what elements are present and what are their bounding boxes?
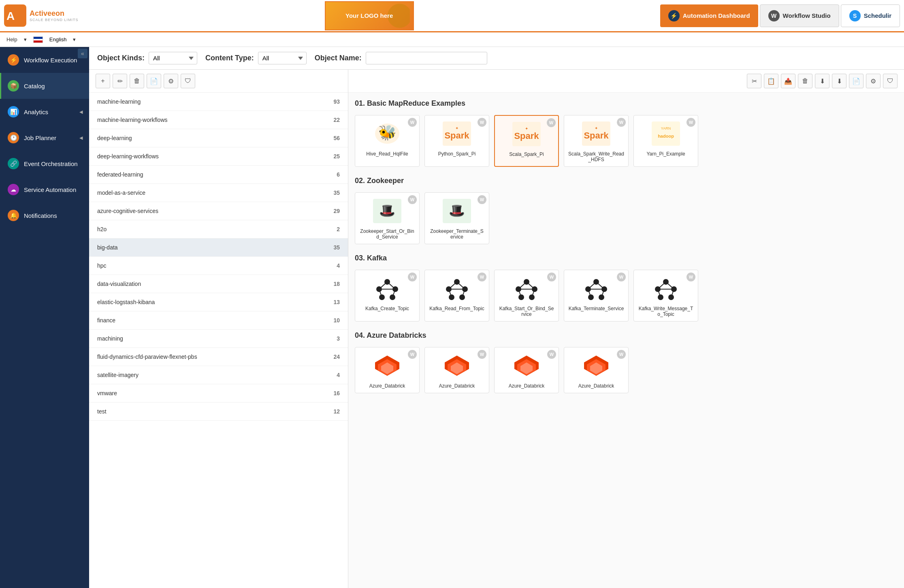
card-name: Azure_Databrick xyxy=(439,383,475,389)
object-card[interactable]: W Kafka_Create_Topic xyxy=(355,270,420,322)
row-name: finance xyxy=(97,317,333,324)
config-button[interactable]: ⚙ xyxy=(866,74,881,88)
object-card[interactable]: W Kafka_Terminate_Service xyxy=(564,270,629,322)
sidebar-collapse-button[interactable]: « xyxy=(78,49,87,58)
add-button[interactable]: + xyxy=(96,74,110,88)
row-name: deep-learning xyxy=(97,135,333,141)
sidebar-item-service-automation[interactable]: ☁ Service Automation xyxy=(0,177,89,202)
object-card[interactable]: W Spark✦ Scala_Spark_Pi xyxy=(494,115,559,167)
object-card[interactable]: W Spark✦ Scala_Spark_Write_Read_HDFS xyxy=(564,115,629,167)
object-card[interactable]: W Azure_Databrick xyxy=(564,347,629,393)
analytics-icon: 📊 xyxy=(8,106,19,117)
object-card[interactable]: W Azure_Databrick xyxy=(424,347,489,393)
catalog-row[interactable]: fluid-dynamics-cfd-paraview-flexnet-pbs2… xyxy=(89,348,348,366)
objects-content: 01. Basic MapReduce Examples W 🐝 Hive_Re… xyxy=(348,93,904,588)
content-area: Object Kinds: All Content Type: All Obje… xyxy=(89,47,904,588)
object-card[interactable]: W hadoopYARN Yarn_Pi_Example xyxy=(633,115,698,167)
catalog-row[interactable]: deep-learning56 xyxy=(89,129,348,147)
card-icon: 🐝 xyxy=(371,119,403,148)
catalog-row[interactable]: big-data35 xyxy=(89,239,348,257)
sidebar-item-catalog[interactable]: 📦 Catalog xyxy=(0,73,89,99)
sidebar-item-analytics[interactable]: 📊 Analytics ◀ xyxy=(0,99,89,125)
object-card[interactable]: W Spark✦ Python_Spark_Pi xyxy=(424,115,489,167)
automation-dashboard-button[interactable]: ⚡ Automation Dashboard xyxy=(660,4,758,27)
object-card[interactable]: W Kafka_Read_From_Topic xyxy=(424,270,489,322)
content-type-select[interactable]: All xyxy=(258,52,307,64)
catalog-row[interactable]: machine-learning93 xyxy=(89,93,348,111)
row-count: 2 xyxy=(337,226,340,232)
w-badge: W xyxy=(408,350,417,359)
catalog-row[interactable]: data-visualization18 xyxy=(89,275,348,293)
copy-button[interactable]: 📋 xyxy=(764,74,778,88)
catalog-row[interactable]: deep-learning-workflows25 xyxy=(89,147,348,166)
activeeon-logo-icon: A xyxy=(4,4,26,27)
card-icon: hadoopYARN xyxy=(650,119,682,148)
svg-text:✦: ✦ xyxy=(595,126,598,130)
object-card[interactable]: W 🎩 Zookeeper_Start_Or_Bind_Service xyxy=(355,192,420,244)
catalog-row[interactable]: model-as-a-service35 xyxy=(89,184,348,202)
catalog-row[interactable]: machine-learning-workflows22 xyxy=(89,111,348,129)
export-button[interactable]: 📄 xyxy=(147,74,161,88)
card-icon: 🎩 xyxy=(441,197,473,225)
catalog-row[interactable]: test12 xyxy=(89,403,348,421)
card-name: Kafka_Create_Topic xyxy=(365,306,409,311)
workflow-studio-button[interactable]: W Workflow Studio xyxy=(760,4,839,27)
download2-button[interactable]: ⬇ xyxy=(832,74,846,88)
catalog-row[interactable]: hpc4 xyxy=(89,257,348,275)
w-badge: W xyxy=(687,273,695,281)
object-name-input[interactable] xyxy=(366,52,487,64)
objects-grid: W 🎩 Zookeeper_Start_Or_Bind_Service W 🎩 … xyxy=(355,192,898,244)
card-icon: Spark✦ xyxy=(441,119,473,148)
w-badge: W xyxy=(547,350,556,359)
card-name: Python_Spark_Pi xyxy=(438,151,476,157)
sidebar-item-job-planner[interactable]: 🕐 Job Planner ◀ xyxy=(0,125,89,151)
object-card[interactable]: W 🎩 Zookeeper_Terminate_Service xyxy=(424,192,489,244)
shield2-button[interactable]: 🛡 xyxy=(883,74,898,88)
edit-button[interactable]: ✏ xyxy=(113,74,127,88)
upload-button[interactable]: 📤 xyxy=(781,74,795,88)
card-icon: Spark✦ xyxy=(580,119,612,148)
object-card[interactable]: W Azure_Databrick xyxy=(494,347,559,393)
catalog-row[interactable]: vmware16 xyxy=(89,384,348,403)
svg-text:Spark: Spark xyxy=(514,131,539,141)
sidebar-item-workflow-execution[interactable]: ⚡ Workflow Execution xyxy=(0,47,89,73)
language-label[interactable]: English xyxy=(49,36,67,43)
object-kinds-select[interactable]: All xyxy=(149,52,197,64)
object-card[interactable]: W Azure_Databrick xyxy=(355,347,420,393)
svg-text:hadoop: hadoop xyxy=(658,134,674,138)
doc-button[interactable]: 📄 xyxy=(849,74,863,88)
svg-text:✦: ✦ xyxy=(455,126,458,130)
logo-tagline: SCALE BEYOND LIMITS xyxy=(30,18,79,22)
cut-button[interactable]: ✂ xyxy=(747,74,761,88)
card-name: Hive_Read_HqlFile xyxy=(366,151,408,157)
scheduling-button[interactable]: S Schedulir xyxy=(841,4,900,27)
sidebar-item-notifications[interactable]: 🔔 Notifications xyxy=(0,202,89,228)
delete-button[interactable]: 🗑 xyxy=(130,74,144,88)
sidebar-item-event-orchestration[interactable]: 🔗 Event Orchestration xyxy=(0,151,89,177)
card-icon xyxy=(441,274,473,303)
row-count: 35 xyxy=(333,190,340,196)
catalog-row[interactable]: federated-learning6 xyxy=(89,166,348,184)
card-icon xyxy=(580,352,612,380)
row-count: 18 xyxy=(333,281,340,287)
w-badge: W xyxy=(617,350,626,359)
help-link[interactable]: Help xyxy=(6,36,17,43)
catalog-row[interactable]: satellite-imagery4 xyxy=(89,366,348,384)
card-icon xyxy=(371,274,403,303)
shield-button[interactable]: 🛡 xyxy=(181,74,195,88)
download1-button[interactable]: ⬇ xyxy=(815,74,829,88)
catalog-row[interactable]: h2o2 xyxy=(89,220,348,239)
catalog-row[interactable]: azure-cognitive-services29 xyxy=(89,202,348,220)
row-count: 16 xyxy=(333,390,340,396)
w-badge: W xyxy=(478,195,486,204)
settings-button[interactable]: ⚙ xyxy=(164,74,178,88)
trash-button[interactable]: 🗑 xyxy=(798,74,812,88)
logo-brand-text: Activeeon xyxy=(30,9,79,18)
catalog-row[interactable]: finance10 xyxy=(89,311,348,330)
catalog-row[interactable]: machining3 xyxy=(89,330,348,348)
object-card[interactable]: W 🐝 Hive_Read_HqlFile xyxy=(355,115,420,167)
object-card[interactable]: W Kafka_Start_Or_Bind_Service xyxy=(494,270,559,322)
object-card[interactable]: W Kafka_Write_Message_To_Topic xyxy=(633,270,698,322)
w-badge: W xyxy=(478,118,486,127)
catalog-row[interactable]: elastic-logstash-kibana13 xyxy=(89,293,348,311)
